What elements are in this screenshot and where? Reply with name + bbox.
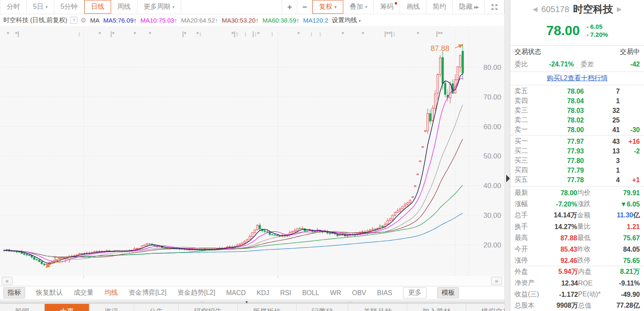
period-tab[interactable]: 分时 <box>0 0 27 14</box>
order-level-label: 卖二 <box>515 116 538 125</box>
bottom-tab[interactable]: 股吧 <box>0 304 45 311</box>
tool-button-label: 筹码 <box>380 3 393 11</box>
ma-legend-text: MA30:53.20 <box>222 17 256 24</box>
order-level-label: 卖五 <box>515 87 538 96</box>
stat-value-num: -9.11% <box>619 280 640 287</box>
help-icon[interactable]: ? <box>70 17 77 24</box>
stat-value: 92.46 <box>537 257 577 265</box>
stat-value-num: -7.20% <box>556 201 577 208</box>
fullscreen-button[interactable] <box>485 0 505 14</box>
indicator-指标[interactable]: 指标 <box>3 287 25 298</box>
svg-text:*: * <box>362 30 364 37</box>
indicator-模板[interactable]: 模板 <box>437 287 459 298</box>
stat-label: 昨收 <box>577 245 605 254</box>
bottom-tab[interactable]: 模拟交易 <box>466 304 505 311</box>
period-tabs: 分时5日▾5分钟日线周线更多周期▾ <box>0 0 181 14</box>
indicator-MACD[interactable]: MACD <box>226 289 246 297</box>
stat-value-num: 77.28亿 <box>616 302 640 309</box>
svg-text:*: * <box>149 30 151 37</box>
stat-value: 78.00 <box>537 189 577 197</box>
svg-text:*|↕: *|↕ <box>231 30 239 37</box>
scroll-left-button[interactable]: « <box>2 277 13 285</box>
prev-stock-icon[interactable]: ◀ <box>533 5 538 13</box>
stat-label: 外盘 <box>515 268 543 276</box>
stat-value: 11.30亿 <box>605 211 640 220</box>
svg-text:87.88: 87.88 <box>431 44 449 53</box>
zoom-out-button[interactable]: − <box>297 0 312 14</box>
bottom-tab[interactable]: 问董秘 <box>297 304 348 311</box>
indicator-均线[interactable]: 均线 <box>104 288 118 297</box>
indicator-WR[interactable]: WR <box>330 289 341 297</box>
caret-down-icon: ▾ <box>359 18 361 23</box>
bottom-tab[interactable]: 研究报告 <box>179 304 238 311</box>
quote-panel: ◀ 605178 时空科技 ▶ 78.00 - 6.05- 7.20% 交易状态… <box>510 0 644 311</box>
bottom-tab[interactable]: 所属板块 <box>238 304 297 311</box>
ma-legend-item: MA20:64.52↑ <box>181 17 218 24</box>
period-tab[interactable]: 5分钟 <box>54 0 84 14</box>
indicator-OBV[interactable]: OBV <box>352 289 366 297</box>
order-delta: +16 <box>620 138 640 145</box>
ma-settings-button[interactable]: 设置均线▾ <box>332 16 361 24</box>
stat-value-num: 5.94万 <box>558 268 578 275</box>
indicator-资金博弈[L2][interactable]: 资金博弈[L2] <box>129 288 167 297</box>
indicator-更多[interactable]: 更多 <box>403 287 426 298</box>
svg-text:↕: ↕ <box>244 30 247 37</box>
stat-value-num: -49.90 <box>621 291 640 298</box>
svg-text:↕: ↕ <box>78 30 81 37</box>
indicator-BIAS[interactable]: BIAS <box>377 289 392 297</box>
ma-items: MA5:76.09↑MA10:75.03↑MA20:64.52↑MA30:53.… <box>103 17 332 24</box>
period-tab[interactable]: 5日▾ <box>27 0 54 14</box>
svg-text:12.77: 12.77 <box>53 256 72 264</box>
tool-button-label: 隐藏 <box>459 3 472 11</box>
stat-row: 涨幅-7.20%涨跌▼6.05 <box>510 199 644 210</box>
bottom-tab[interactable]: 公告 <box>134 304 179 311</box>
zoom-in-button[interactable]: + <box>282 0 297 14</box>
tool-button[interactable]: 简约 <box>426 0 453 14</box>
ma-legend-bar: 时空科技 (日线,前复权) ? ⚙ MA MA5:76.09↑MA10:75.0… <box>0 15 505 26</box>
tool-button-label: 简约 <box>433 3 446 11</box>
weibi-value: -24.71% <box>534 61 574 68</box>
panel-collapse-arrow-icon[interactable] <box>506 175 510 182</box>
indicator-资金趋势[L2][interactable]: 资金趋势[L2] <box>177 288 216 297</box>
svg-text:|*: |* <box>110 30 114 37</box>
tool-button[interactable]: 隐藏▶▶ <box>453 0 485 14</box>
next-stock-icon[interactable]: ▶ <box>617 5 622 13</box>
indicator-恢复默认[interactable]: 恢复默认 <box>36 288 63 297</box>
stat-label: 最新 <box>515 189 537 197</box>
scroll-right-button[interactable]: » <box>491 277 502 285</box>
candles <box>3 44 464 266</box>
period-tab-label: 更多周期 <box>144 3 170 11</box>
indicator-RSI[interactable]: RSI <box>280 289 292 297</box>
bottom-tab[interactable]: 资讯 <box>89 304 134 311</box>
stat-value-num: 12.34 <box>561 280 578 287</box>
x-axis-tick <box>84 276 84 278</box>
candlestick-chart[interactable]: **|↕*|***|**↕*|↕↕|↕*↕*↕↕**|**|↕*|**87.88… <box>0 26 505 276</box>
order-volume: 1 <box>584 167 620 174</box>
tool-button[interactable]: 画线 <box>400 0 426 14</box>
pane-splitter[interactable]: :::: ▼ :::: <box>0 299 505 303</box>
bottom-tab[interactable]: 大事 <box>45 304 89 311</box>
splitter-grip[interactable]: :::: <box>347 301 353 303</box>
period-tab[interactable]: 更多周期▾ <box>137 0 181 14</box>
stat-label: 总手 <box>515 211 537 220</box>
gear-icon[interactable]: ⚙ <box>80 16 86 24</box>
period-tab[interactable]: 周线 <box>111 0 137 14</box>
bottom-tab[interactable]: 加入题材 <box>407 304 466 311</box>
period-tab-label: 5日 <box>33 3 43 11</box>
indicator-成交量[interactable]: 成交量 <box>74 288 94 297</box>
stat-value: 14.27% <box>537 223 577 231</box>
tool-button[interactable]: 叠加▾ <box>343 0 374 14</box>
splitter-grip[interactable]: :::: <box>200 301 205 303</box>
stat-value-num: 9908万 <box>556 302 578 309</box>
l2-upsell-link[interactable]: 购买L2查看十档行情 <box>547 74 608 83</box>
ask-levels: 卖五78.067卖四78.041卖三78.0332卖二78.0225卖一78.0… <box>510 87 644 135</box>
bottom-tab[interactable]: 关联品种 <box>348 304 407 311</box>
stat-value: 75.67 <box>605 235 640 242</box>
tool-button[interactable]: 筹码 <box>374 0 400 14</box>
tool-active-button[interactable]: 复权▾ <box>312 0 343 14</box>
indicator-KDJ[interactable]: KDJ <box>256 289 269 297</box>
order-price: 78.04 <box>538 97 584 105</box>
indicator-BOLL[interactable]: BOLL <box>302 289 319 297</box>
stat-value: 14.14万 <box>537 211 577 220</box>
period-tab[interactable]: 日线 <box>84 0 111 14</box>
